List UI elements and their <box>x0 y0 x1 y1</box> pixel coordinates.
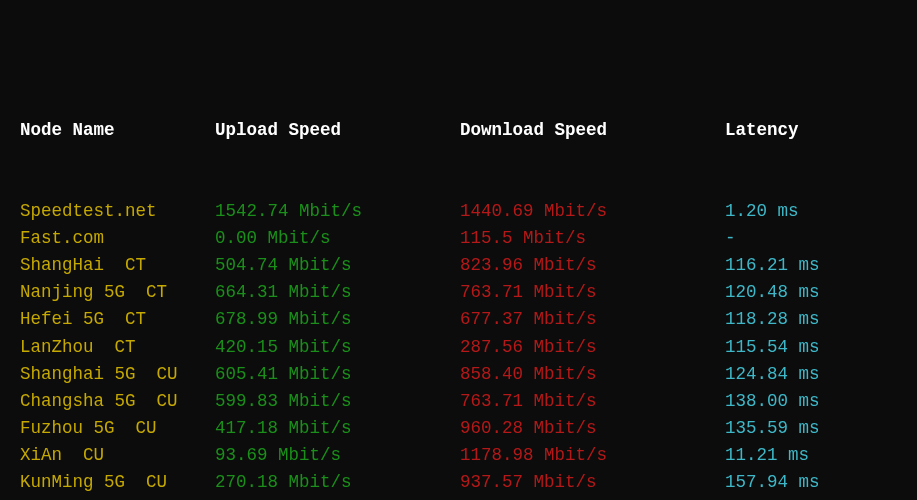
latency-cell: 1.20 ms <box>725 198 799 225</box>
table-row: Shanghai 5G CU605.41 Mbit/s858.40 Mbit/s… <box>20 361 897 388</box>
node-name-cell: Nanjing 5G CT <box>20 279 215 306</box>
upload-speed-cell: 270.18 Mbit/s <box>215 469 460 496</box>
node-name-cell: Hefei 5G CT <box>20 306 215 333</box>
download-speed-cell: 823.96 Mbit/s <box>460 252 725 279</box>
node-name-cell: Shanghai 5G CU <box>20 361 215 388</box>
table-row: Nanjing 5G CT664.31 Mbit/s763.71 Mbit/s1… <box>20 279 897 306</box>
upload-speed-cell: 605.41 Mbit/s <box>215 361 460 388</box>
header-node: Node Name <box>20 117 215 144</box>
table-row: KunMing 5G CU270.18 Mbit/s937.57 Mbit/s1… <box>20 469 897 496</box>
node-name: Shanghai 5G <box>20 364 157 384</box>
node-name: Fuzhou 5G <box>20 418 136 438</box>
upload-speed-cell: 599.83 Mbit/s <box>215 388 460 415</box>
carrier-label: CU <box>146 472 167 492</box>
latency-cell: 11.21 ms <box>725 442 809 469</box>
upload-speed-cell: 504.74 Mbit/s <box>215 252 460 279</box>
download-speed-cell: 863.41 Mbit/s <box>460 496 725 500</box>
table-row: LanZhou CT420.15 Mbit/s287.56 Mbit/s115.… <box>20 334 897 361</box>
table-row: Hefei 5G CT678.99 Mbit/s677.37 Mbit/s118… <box>20 306 897 333</box>
node-name-cell: LanZhou CT <box>20 334 215 361</box>
latency-cell: 120.48 ms <box>725 279 820 306</box>
carrier-label: CU <box>157 364 178 384</box>
table-row: XiAn CU93.69 Mbit/s1178.98 Mbit/s11.21 m… <box>20 442 897 469</box>
table-row: Fast.com0.00 Mbit/s115.5 Mbit/s- <box>20 225 897 252</box>
latency-cell: - <box>725 225 736 252</box>
carrier-label: CU <box>157 391 178 411</box>
node-name-cell: XiAn CU <box>20 442 215 469</box>
latency-cell: 116.21 ms <box>725 252 820 279</box>
node-name-cell: Speedtest.net <box>20 198 215 225</box>
upload-speed-cell: 93.69 Mbit/s <box>215 442 460 469</box>
header-latency: Latency <box>725 117 799 144</box>
latency-cell: 118.28 ms <box>725 306 820 333</box>
node-name-cell: KunMing 5G CU <box>20 469 215 496</box>
upload-speed-cell: 0.00 Mbit/s <box>215 225 460 252</box>
download-speed-cell: 960.28 Mbit/s <box>460 415 725 442</box>
carrier-label: CU <box>136 418 157 438</box>
carrier-label: CT <box>146 282 167 302</box>
table-row: Speedtest.net1542.74 Mbit/s1440.69 Mbit/… <box>20 198 897 225</box>
download-speed-cell: 937.57 Mbit/s <box>460 469 725 496</box>
node-name-cell: ShangHai 5G CM <box>20 496 215 500</box>
upload-speed-cell: 678.99 Mbit/s <box>215 306 460 333</box>
download-speed-cell: 677.37 Mbit/s <box>460 306 725 333</box>
carrier-label: CT <box>125 255 146 275</box>
download-speed-cell: 1440.69 Mbit/s <box>460 198 725 225</box>
node-name-cell: Fast.com <box>20 225 215 252</box>
node-name: Nanjing 5G <box>20 282 146 302</box>
download-speed-cell: 287.56 Mbit/s <box>460 334 725 361</box>
node-name-cell: Changsha 5G CU <box>20 388 215 415</box>
node-name-cell: ShangHai CT <box>20 252 215 279</box>
latency-cell: 207.80 ms <box>725 496 820 500</box>
latency-cell: 135.59 ms <box>725 415 820 442</box>
carrier-label: CU <box>83 445 104 465</box>
carrier-label: CT <box>115 337 136 357</box>
node-name: Fast.com <box>20 228 104 248</box>
node-name: Hefei 5G <box>20 309 125 329</box>
upload-speed-cell: 417.18 Mbit/s <box>215 415 460 442</box>
download-speed-cell: 763.71 Mbit/s <box>460 388 725 415</box>
latency-cell: 157.94 ms <box>725 469 820 496</box>
download-speed-cell: 858.40 Mbit/s <box>460 361 725 388</box>
latency-cell: 138.00 ms <box>725 388 820 415</box>
node-name: XiAn <box>20 445 83 465</box>
header-upload: Upload Speed <box>215 117 460 144</box>
table-row: ShangHai CT504.74 Mbit/s823.96 Mbit/s116… <box>20 252 897 279</box>
results-table: Speedtest.net1542.74 Mbit/s1440.69 Mbit/… <box>20 198 897 500</box>
download-speed-cell: 1178.98 Mbit/s <box>460 442 725 469</box>
node-name: Speedtest.net <box>20 201 157 221</box>
table-row: ShangHai 5G CM390.38 Mbit/s863.41 Mbit/s… <box>20 496 897 500</box>
carrier-label: CT <box>125 309 146 329</box>
node-name-cell: Fuzhou 5G CU <box>20 415 215 442</box>
table-row: Changsha 5G CU599.83 Mbit/s763.71 Mbit/s… <box>20 388 897 415</box>
upload-speed-cell: 390.38 Mbit/s <box>215 496 460 500</box>
upload-speed-cell: 1542.74 Mbit/s <box>215 198 460 225</box>
latency-cell: 115.54 ms <box>725 334 820 361</box>
node-name: ShangHai <box>20 255 125 275</box>
upload-speed-cell: 420.15 Mbit/s <box>215 334 460 361</box>
node-name: LanZhou <box>20 337 115 357</box>
latency-cell: 124.84 ms <box>725 361 820 388</box>
download-speed-cell: 115.5 Mbit/s <box>460 225 725 252</box>
table-row: Fuzhou 5G CU417.18 Mbit/s960.28 Mbit/s13… <box>20 415 897 442</box>
header-row: Node Name Upload Speed Download Speed La… <box>20 117 897 144</box>
node-name: KunMing 5G <box>20 472 146 492</box>
download-speed-cell: 763.71 Mbit/s <box>460 279 725 306</box>
upload-speed-cell: 664.31 Mbit/s <box>215 279 460 306</box>
node-name: Changsha 5G <box>20 391 157 411</box>
header-download: Download Speed <box>460 117 725 144</box>
